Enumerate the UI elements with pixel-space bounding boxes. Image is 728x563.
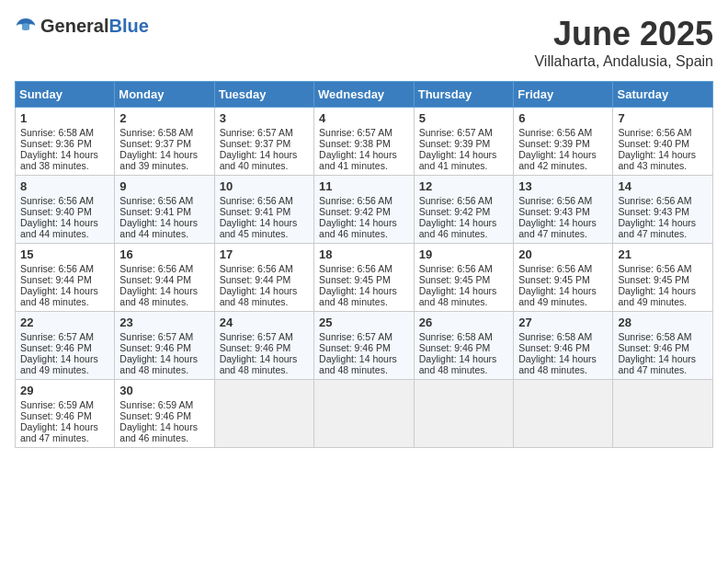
daylight-label: Daylight: 14 hours and 41 minutes. (319, 149, 397, 171)
calendar-day-header: Saturday (613, 82, 713, 108)
daylight-label: Daylight: 14 hours and 48 minutes. (518, 353, 597, 375)
daylight-label: Daylight: 14 hours and 49 minutes. (20, 353, 98, 375)
sunrise-label: Sunrise: 6:57 AM (220, 127, 293, 138)
calendar-day-cell: 14Sunrise: 6:56 AMSunset: 9:43 PMDayligh… (613, 176, 713, 244)
day-number: 28 (618, 316, 708, 329)
calendar-day-cell: 28Sunrise: 6:58 AMSunset: 9:46 PMDayligh… (613, 312, 713, 380)
logo-blue: Blue (108, 16, 148, 36)
calendar-day-cell: 5Sunrise: 6:57 AMSunset: 9:39 PMDaylight… (414, 108, 513, 176)
day-number: 12 (419, 179, 508, 193)
sunset-label: Sunset: 9:36 PM (20, 138, 92, 149)
sunset-label: Sunset: 9:46 PM (119, 410, 191, 421)
calendar-day-header: Friday (514, 82, 613, 108)
sunrise-label: Sunrise: 6:58 AM (419, 331, 493, 342)
daylight-label: Daylight: 14 hours and 49 minutes. (618, 285, 696, 307)
day-number: 1 (20, 111, 109, 125)
day-number: 21 (618, 247, 708, 261)
daylight-label: Daylight: 14 hours and 44 minutes. (119, 217, 198, 239)
daylight-label: Daylight: 14 hours and 41 minutes. (419, 149, 497, 171)
daylight-label: Daylight: 14 hours and 47 minutes. (20, 421, 98, 443)
calendar-week-row: 15Sunrise: 6:56 AMSunset: 9:44 PMDayligh… (16, 244, 713, 312)
daylight-label: Daylight: 14 hours and 48 minutes. (220, 285, 298, 307)
sunset-label: Sunset: 9:46 PM (518, 342, 590, 353)
calendar-day-cell: 27Sunrise: 6:58 AMSunset: 9:46 PMDayligh… (514, 312, 613, 380)
daylight-label: Daylight: 14 hours and 40 minutes. (220, 149, 298, 171)
sunset-label: Sunset: 9:44 PM (220, 274, 291, 285)
sunset-label: Sunset: 9:46 PM (618, 342, 689, 353)
day-number: 17 (220, 247, 309, 261)
sunrise-label: Sunrise: 6:57 AM (220, 331, 293, 342)
day-number: 11 (319, 179, 409, 193)
calendar-week-row: 29Sunrise: 6:59 AMSunset: 9:46 PMDayligh… (16, 380, 713, 448)
calendar-day-cell: 3Sunrise: 6:57 AMSunset: 9:37 PMDaylight… (214, 108, 313, 176)
calendar-week-row: 8Sunrise: 6:56 AMSunset: 9:40 PMDaylight… (16, 176, 713, 244)
calendar-day-cell: 19Sunrise: 6:56 AMSunset: 9:45 PMDayligh… (414, 244, 513, 312)
sunrise-label: Sunrise: 6:56 AM (419, 195, 493, 206)
logo: GeneralBlue (15, 15, 149, 37)
day-number: 5 (419, 111, 508, 125)
day-number: 3 (220, 111, 309, 125)
daylight-label: Daylight: 14 hours and 48 minutes. (419, 353, 497, 375)
sunrise-label: Sunrise: 6:56 AM (319, 263, 392, 274)
calendar-header-row: SundayMondayTuesdayWednesdayThursdayFrid… (16, 82, 713, 108)
sunrise-label: Sunrise: 6:58 AM (20, 127, 94, 138)
sunset-label: Sunset: 9:41 PM (119, 206, 191, 217)
calendar-day-cell: 10Sunrise: 6:56 AMSunset: 9:41 PMDayligh… (214, 176, 313, 244)
daylight-label: Daylight: 14 hours and 48 minutes. (419, 285, 497, 307)
sunset-label: Sunset: 9:42 PM (319, 206, 391, 217)
logo-general: General (40, 16, 108, 36)
day-number: 29 (20, 384, 109, 397)
sunrise-label: Sunrise: 6:57 AM (20, 331, 94, 342)
sunset-label: Sunset: 9:46 PM (119, 342, 191, 353)
daylight-label: Daylight: 14 hours and 47 minutes. (618, 217, 696, 239)
daylight-label: Daylight: 14 hours and 43 minutes. (618, 149, 696, 171)
calendar-week-row: 1Sunrise: 6:58 AMSunset: 9:36 PMDaylight… (16, 108, 713, 176)
logo-icon (15, 15, 37, 37)
sunrise-label: Sunrise: 6:56 AM (518, 263, 592, 274)
daylight-label: Daylight: 14 hours and 46 minutes. (119, 421, 198, 443)
calendar-day-cell (514, 380, 613, 448)
calendar-day-cell: 8Sunrise: 6:56 AMSunset: 9:40 PMDaylight… (16, 176, 115, 244)
daylight-label: Daylight: 14 hours and 45 minutes. (220, 217, 298, 239)
calendar-day-cell: 23Sunrise: 6:57 AMSunset: 9:46 PMDayligh… (115, 312, 214, 380)
daylight-label: Daylight: 14 hours and 49 minutes. (518, 285, 597, 307)
calendar-day-header: Sunday (16, 82, 115, 108)
calendar-day-header: Tuesday (214, 82, 313, 108)
daylight-label: Daylight: 14 hours and 42 minutes. (518, 149, 597, 171)
title-area: June 2025 Villaharta, Andalusia, Spain (534, 15, 713, 70)
sunset-label: Sunset: 9:37 PM (220, 138, 291, 149)
sunrise-label: Sunrise: 6:56 AM (119, 195, 193, 206)
day-number: 22 (20, 316, 109, 329)
day-number: 20 (518, 247, 608, 261)
sunset-label: Sunset: 9:43 PM (518, 206, 590, 217)
day-number: 16 (119, 247, 209, 261)
day-number: 24 (220, 316, 309, 329)
sunrise-label: Sunrise: 6:56 AM (518, 195, 592, 206)
daylight-label: Daylight: 14 hours and 48 minutes. (119, 285, 198, 307)
day-number: 27 (518, 316, 608, 329)
sunrise-label: Sunrise: 6:57 AM (319, 331, 392, 342)
calendar-day-header: Thursday (414, 82, 513, 108)
daylight-label: Daylight: 14 hours and 48 minutes. (220, 353, 298, 375)
sunset-label: Sunset: 9:39 PM (419, 138, 491, 149)
day-number: 10 (220, 179, 309, 193)
day-number: 8 (20, 179, 109, 193)
day-number: 30 (119, 384, 209, 397)
sunset-label: Sunset: 9:46 PM (220, 342, 291, 353)
day-number: 4 (319, 111, 409, 125)
sunset-label: Sunset: 9:46 PM (419, 342, 491, 353)
daylight-label: Daylight: 14 hours and 46 minutes. (319, 217, 397, 239)
sunrise-label: Sunrise: 6:56 AM (220, 263, 293, 274)
sunrise-label: Sunrise: 6:57 AM (419, 127, 493, 138)
day-number: 7 (618, 111, 708, 125)
daylight-label: Daylight: 14 hours and 39 minutes. (119, 149, 198, 171)
sunrise-label: Sunrise: 6:56 AM (319, 195, 392, 206)
sunset-label: Sunset: 9:45 PM (518, 274, 590, 285)
calendar-day-cell (314, 380, 415, 448)
calendar-day-header: Wednesday (314, 82, 415, 108)
sunrise-label: Sunrise: 6:56 AM (618, 263, 691, 274)
sunset-label: Sunset: 9:41 PM (220, 206, 291, 217)
sunrise-label: Sunrise: 6:56 AM (20, 263, 94, 274)
daylight-label: Daylight: 14 hours and 38 minutes. (20, 149, 98, 171)
sunrise-label: Sunrise: 6:56 AM (119, 263, 193, 274)
